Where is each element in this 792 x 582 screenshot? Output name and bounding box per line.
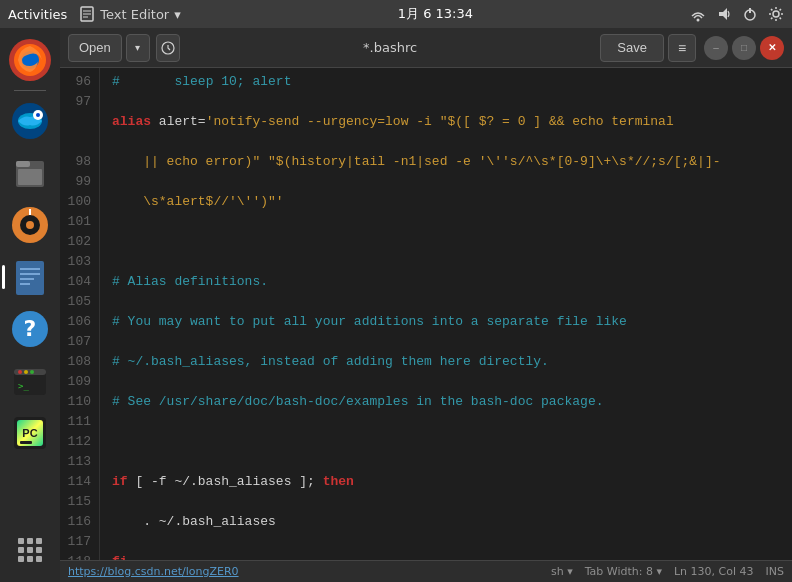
svg-point-32 [30,370,34,374]
clock-display: 1月 6 13:34 [398,5,473,23]
svg-marker-5 [719,8,727,20]
apps-grid-icon [18,538,42,562]
settings-tray-icon[interactable] [768,6,784,22]
app-indicator[interactable]: Text Editor ▾ [79,6,180,22]
open-dropdown-arrow: ▾ [135,42,140,53]
texteditor-app-icon [79,6,95,22]
app-name-label: Text Editor [100,7,169,22]
application-dock: ? >_ PC [0,28,60,582]
svg-rect-36 [20,441,32,444]
save-button[interactable]: Save [600,34,664,62]
line-numbers: 96 97 98 99 100 101 102 103 104 105 106 … [60,68,100,560]
svg-point-19 [26,221,34,229]
status-bar: https://blog.csdn.net/longZER0 sh ▾ Tab … [60,560,792,582]
activities-button[interactable]: Activities [8,7,67,22]
svg-point-31 [24,370,28,374]
code-line-99: # Alias definitions. [112,272,792,292]
svg-point-30 [18,370,22,374]
code-editor[interactable]: 96 97 98 99 100 101 102 103 104 105 106 … [60,68,792,560]
status-left: https://blog.csdn.net/longZER0 [68,565,239,578]
network-tray-icon[interactable] [690,6,706,22]
code-line-97c: \s*alert$//'\'')"' [112,192,792,212]
svg-point-4 [697,19,700,22]
dock-item-thunderbird[interactable] [6,97,54,145]
dock-apps-button[interactable] [6,526,54,574]
recent-files-button[interactable] [156,34,180,62]
code-line-106: fi [112,552,792,560]
code-line-96: # sleep 10; alert [112,72,792,92]
status-link[interactable]: https://blog.csdn.net/longZER0 [68,565,239,578]
system-bar: Activities Text Editor ▾ 1月 6 13:34 [0,0,792,28]
file-title: *.bashrc [184,40,597,55]
code-line-103 [112,432,792,452]
open-dropdown-button[interactable]: ▾ [126,34,150,62]
power-tray-icon[interactable] [742,6,758,22]
minimize-button[interactable]: – [704,36,728,60]
dock-item-rhythmbox[interactable] [6,201,54,249]
dock-item-pycharm[interactable]: PC [6,409,54,457]
cursor-position: Ln 130, Col 43 [674,565,754,578]
svg-rect-15 [16,161,30,167]
svg-text:>_: >_ [18,381,29,391]
svg-text:?: ? [24,316,37,341]
language-selector[interactable]: sh ▾ [551,565,573,578]
insert-mode: INS [766,565,784,578]
recent-icon [161,41,175,55]
dock-item-firefox[interactable] [6,36,54,84]
code-content-area[interactable]: # sleep 10; alert alias alert='notify-se… [100,68,792,560]
svg-rect-16 [18,169,42,185]
dock-separator-1 [14,90,46,91]
code-line-98 [112,232,792,252]
code-line-105: . ~/.bash_aliases [112,512,792,532]
code-line-97b: || echo error)" "$(history|tail -n1|sed … [112,152,792,172]
code-line-100: # You may want to put all your additions… [112,312,792,332]
tab-width-label: Tab Width: 8 [585,565,653,578]
volume-tray-icon[interactable] [716,6,732,22]
open-button[interactable]: Open [68,34,122,62]
dock-item-terminal[interactable]: >_ [6,357,54,405]
window-controls: – □ ✕ [704,36,784,60]
code-line-102: # See /usr/share/doc/bash-doc/examples i… [112,392,792,412]
language-label: sh [551,565,564,578]
language-arrow: ▾ [567,565,573,578]
tab-width-selector[interactable]: Tab Width: 8 ▾ [585,565,662,578]
maximize-button[interactable]: □ [732,36,756,60]
dock-item-help[interactable]: ? [6,305,54,353]
status-right: sh ▾ Tab Width: 8 ▾ Ln 130, Col 43 INS [551,565,784,578]
code-line-104: if [ -f ~/.bash_aliases ]; then [112,472,792,492]
svg-text:PC: PC [22,427,37,439]
editor-container: Open ▾ *.bashrc Save ≡ – □ ✕ 96 97 98 99 [60,28,792,582]
code-line-101: # ~/.bash_aliases, instead of adding the… [112,352,792,372]
editor-toolbar: Open ▾ *.bashrc Save ≡ – □ ✕ [60,28,792,68]
app-dropdown-arrow: ▾ [174,7,181,22]
svg-rect-21 [16,261,44,295]
dock-item-files[interactable] [6,149,54,197]
svg-point-13 [36,113,40,117]
close-button[interactable]: ✕ [760,36,784,60]
dock-item-texteditor[interactable] [6,253,54,301]
menu-button[interactable]: ≡ [668,34,696,62]
tab-width-arrow: ▾ [656,565,662,578]
code-line-97: alias alert='notify-send --urgency=low -… [112,112,792,132]
